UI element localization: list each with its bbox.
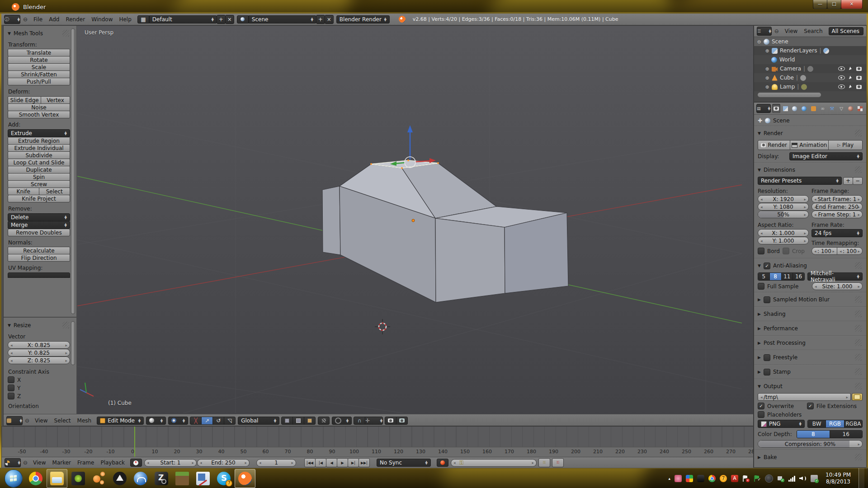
tray-volume-icon[interactable] bbox=[799, 475, 807, 482]
aspect-y-field[interactable]: Y: 1.000 bbox=[758, 237, 809, 244]
editor-type-button[interactable]: ▤▲▼ bbox=[756, 104, 771, 113]
editor-type-button[interactable]: ▲▼ bbox=[6, 416, 23, 425]
pivot-point-select[interactable]: ▲▼ bbox=[168, 417, 188, 425]
manipulator-scale-button[interactable]: ◹ bbox=[224, 417, 236, 425]
renderable-camera-icon[interactable] bbox=[856, 76, 862, 80]
outliner-row-cube[interactable]: ⊕ Cube | bbox=[754, 73, 866, 82]
color-mode-bw[interactable]: BW bbox=[808, 420, 826, 427]
aa-size-field[interactable]: Size: 1.000 bbox=[812, 282, 863, 290]
resize-z-field[interactable]: Z: 0.825 bbox=[8, 357, 70, 364]
menu-item[interactable]: View bbox=[782, 28, 801, 34]
menu-item[interactable]: Add bbox=[46, 16, 62, 23]
panel-grip[interactable] bbox=[62, 30, 69, 37]
aa-samples-5[interactable]: 5 bbox=[758, 273, 769, 280]
file-extensions-checkbox[interactable]: ✓ bbox=[807, 403, 814, 409]
taskbar-minecraft[interactable] bbox=[172, 469, 192, 488]
menu-item[interactable]: Window bbox=[88, 16, 116, 23]
insert-keyframe-button[interactable]: ⚿ bbox=[538, 458, 550, 467]
remove-doubles-button[interactable]: Remove Doubles bbox=[8, 229, 70, 236]
uv-unwrap-menu[interactable] bbox=[8, 272, 70, 278]
outliner-row-scene[interactable]: ⊖ Scene bbox=[754, 37, 866, 46]
remap-new-field[interactable]: : 100 bbox=[837, 247, 863, 255]
tool-button[interactable]: Shrink/Fatten bbox=[8, 70, 70, 78]
tab-scene[interactable] bbox=[791, 104, 799, 113]
tool-button[interactable]: Extrude Region bbox=[8, 137, 70, 145]
tool-button[interactable]: Push/Pull bbox=[8, 78, 70, 85]
display-filter-select[interactable]: All Scenes bbox=[829, 27, 863, 35]
selectable-cursor-icon[interactable] bbox=[849, 84, 852, 89]
tool-button[interactable]: Smooth Vertex bbox=[8, 111, 70, 118]
taskbar-explorer[interactable] bbox=[47, 469, 67, 488]
manipulator-translate-button[interactable]: ↗ bbox=[201, 417, 213, 425]
visibility-eye-icon[interactable] bbox=[838, 75, 845, 80]
renderlayer-data-icon[interactable] bbox=[823, 48, 829, 54]
tab-texture[interactable] bbox=[856, 104, 864, 113]
play-button[interactable]: ▷Play bbox=[828, 140, 863, 150]
proportional-edit-select[interactable]: ▲▼ bbox=[332, 417, 352, 425]
tool-button[interactable]: Recalculate bbox=[8, 247, 70, 254]
crop-checkbox[interactable] bbox=[783, 248, 789, 254]
layout-delete-button[interactable]: × bbox=[225, 15, 234, 24]
tab-object[interactable] bbox=[809, 104, 817, 113]
sync-mode-select[interactable]: No Sync▲▼ bbox=[377, 459, 431, 467]
limit-selection-button[interactable] bbox=[318, 417, 330, 425]
menu-item[interactable]: Select bbox=[51, 418, 74, 424]
scene-delete-button[interactable]: × bbox=[325, 15, 334, 24]
compression-slider[interactable]: Compression: 90% bbox=[758, 440, 863, 448]
selectable-cursor-icon[interactable] bbox=[849, 66, 852, 70]
tool-button[interactable]: Translate bbox=[8, 49, 70, 56]
outliner-row-renderlayers[interactable]: ⊕ RenderLayers | bbox=[754, 46, 866, 55]
remap-old-field[interactable]: : 100 bbox=[811, 247, 837, 255]
current-frame-field[interactable]: 1 bbox=[256, 459, 296, 467]
tab-material[interactable] bbox=[847, 104, 855, 113]
bake-panel-header[interactable]: ▶Bake bbox=[758, 452, 863, 462]
freestyle-checkbox[interactable] bbox=[764, 354, 770, 361]
mesh-data-icon[interactable] bbox=[800, 75, 806, 81]
scene-add-button[interactable]: + bbox=[316, 15, 325, 24]
placeholders-checkbox[interactable] bbox=[758, 411, 764, 418]
taskbar-blue-app[interactable] bbox=[131, 469, 151, 488]
render-engine-select[interactable]: Blender Render▲▼ bbox=[336, 15, 390, 23]
end-frame-field[interactable]: End: 250 bbox=[197, 459, 250, 467]
editor-type-button[interactable]: ▲▼ bbox=[5, 458, 21, 467]
tray-stopwatch-icon[interactable] bbox=[765, 474, 773, 483]
edge-select-button[interactable] bbox=[292, 417, 304, 425]
outliner-item-label[interactable]: Camera bbox=[780, 66, 801, 72]
jump-to-start-button[interactable]: |◀◀ bbox=[304, 458, 316, 467]
depth-16[interactable]: 16 bbox=[830, 431, 863, 438]
collapse-menus-icon[interactable]: ⊖ bbox=[774, 28, 779, 34]
file-browse-button[interactable] bbox=[852, 393, 863, 401]
tool-button[interactable]: Rotate bbox=[8, 56, 70, 64]
expand-icon[interactable]: ⊕ bbox=[765, 48, 769, 53]
snap-magnet-button[interactable]: ∩ bbox=[354, 417, 365, 425]
expand-icon[interactable]: ⊕ bbox=[765, 66, 769, 71]
scene-icon[interactable] bbox=[237, 15, 249, 23]
tab-render-layers[interactable] bbox=[782, 104, 790, 113]
expand-icon[interactable]: ⊕ bbox=[765, 75, 769, 80]
aa-checkbox[interactable]: ✓ bbox=[764, 263, 770, 269]
panel-grip[interactable] bbox=[62, 322, 69, 328]
taskbar-unity[interactable] bbox=[110, 469, 130, 488]
aa-samples-8[interactable]: 8 bbox=[769, 273, 781, 280]
renderable-camera-icon[interactable] bbox=[856, 85, 862, 89]
motion-blur-panel-header[interactable]: ▶Sampled Motion Blur bbox=[758, 295, 863, 305]
tab-modifiers[interactable]: ⚒ bbox=[828, 104, 836, 113]
outliner-item-label[interactable]: Lamp bbox=[780, 84, 795, 90]
jump-to-end-button[interactable]: ▶▶| bbox=[359, 458, 370, 467]
taskbar-z-app[interactable]: Z bbox=[151, 469, 171, 488]
tray-usb-icon[interactable]: ✓ bbox=[777, 475, 784, 482]
render-presets-select[interactable]: Render Presets▲▼ bbox=[758, 177, 842, 185]
opengl-render-anim-button[interactable] bbox=[396, 417, 408, 425]
resize-y-field[interactable]: Y: 0.825 bbox=[8, 349, 70, 357]
layout-icon[interactable]: ▦ bbox=[137, 15, 149, 23]
performance-panel-header[interactable]: ▶Performance bbox=[758, 324, 863, 333]
extrude-menu[interactable]: Extrude▲▼ bbox=[8, 129, 70, 137]
frame-rate-select[interactable]: 24 fps▲▼ bbox=[811, 229, 863, 237]
camera-data-icon[interactable] bbox=[807, 66, 813, 72]
timeline-editor[interactable]: -50-40-30-20-100102030405060708090100110… bbox=[1, 426, 754, 468]
viewport-shading-select[interactable]: ▲▼ bbox=[146, 417, 166, 425]
slide-edge-button[interactable]: Slide Edge bbox=[8, 96, 41, 104]
menu-item[interactable]: Search bbox=[801, 28, 826, 34]
menu-item[interactable]: Help bbox=[116, 16, 134, 23]
viewport-3d[interactable]: User Persp (1) Cube ▼ Mesh Tools Transfo… bbox=[3, 25, 754, 426]
